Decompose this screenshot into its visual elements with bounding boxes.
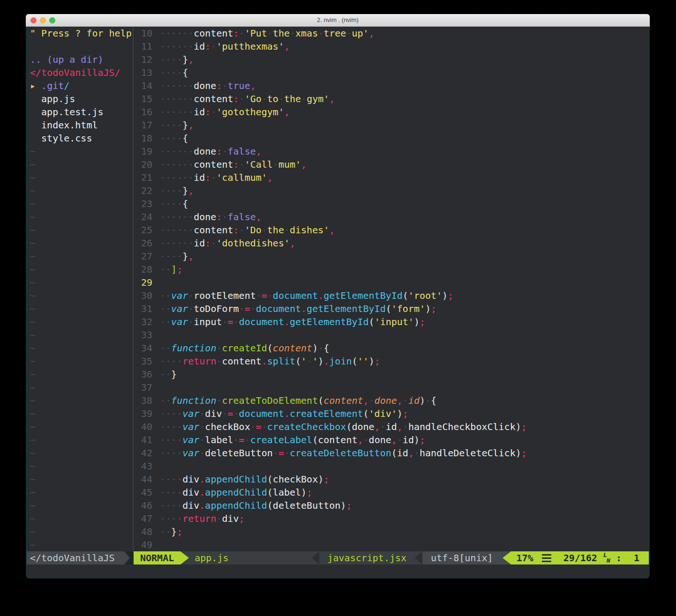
code-line-15[interactable]: 15······content:·'Go·to·the·gym',	[134, 92, 649, 105]
line-number: 48	[134, 525, 160, 538]
command-line[interactable]	[27, 564, 649, 578]
nerdtree-sidebar: " Press ? for help.. (up a dir)</todoVan…	[27, 27, 133, 551]
code-line-48[interactable]: 48··};	[134, 525, 649, 538]
traffic-lights	[30, 17, 55, 23]
line-number: 25	[134, 223, 160, 237]
line-number: 42	[134, 446, 160, 460]
line-number: 38	[134, 394, 160, 407]
sidebar-tilde: ~	[30, 538, 133, 551]
code-line-44[interactable]: 44····div.appendChild(checkBox);	[134, 473, 649, 486]
code-text: ····},	[160, 119, 194, 131]
line-number: 44	[134, 473, 160, 486]
code-line-13[interactable]: 13····{	[134, 66, 649, 79]
zoom-button[interactable]	[49, 17, 55, 23]
close-button[interactable]	[30, 17, 37, 23]
code-line-30[interactable]: 30··var·rootElement·=·document.getElemen…	[134, 289, 649, 302]
code-line-47[interactable]: 47····return·div;	[134, 512, 649, 525]
code-line-46[interactable]: 46····div.appendChild(deleteButton);	[134, 499, 649, 512]
code-text: ····div.appendChild(label);	[160, 487, 312, 498]
statusline-tree-segment: </todoVanillaJS	[27, 551, 134, 564]
code-line-12[interactable]: 12····},	[134, 53, 649, 66]
sidebar-tilde: ~	[30, 145, 133, 158]
code-line-49[interactable]: 49	[134, 538, 649, 551]
line-number: 17	[134, 119, 160, 132]
line-number: 22	[134, 184, 160, 197]
code-line-32[interactable]: 32··var·input·=·document.getElementById(…	[134, 315, 649, 328]
nvim-terminal: " Press ? for help.. (up a dir)</todoVan…	[26, 27, 650, 579]
sidebar-tilde: ~	[30, 420, 133, 433]
code-line-20[interactable]: 20······content:·'Call·mum',	[134, 158, 649, 171]
sidebar-item-app-js[interactable]: app.js	[30, 92, 133, 105]
line-number: 16	[134, 105, 160, 119]
code-line-42[interactable]: 42····var·deleteButton·=·createDeleteBut…	[134, 446, 649, 460]
line-number: 26	[134, 237, 160, 250]
line-number: 18	[134, 132, 160, 145]
code-line-31[interactable]: 31··var·toDoForm·=·document.getElementBy…	[134, 302, 649, 315]
code-line-21[interactable]: 21······id:·'callmum',	[134, 171, 649, 184]
code-line-34[interactable]: 34··function·createId(content)·{	[134, 341, 649, 355]
line-number: 34	[134, 341, 160, 355]
code-text: ····div.appendChild(deleteButton);	[160, 500, 352, 511]
sidebar-tilde: ~	[30, 289, 133, 302]
terminal-window: 2. nvim . (nvim) " Press ? for help.. (u…	[26, 14, 650, 579]
code-line-22[interactable]: 22····},	[134, 184, 649, 197]
sidebar-item--git[interactable]: ▸ .git/	[30, 79, 133, 92]
minimize-button[interactable]	[40, 17, 46, 23]
sidebar-tilde: ~	[30, 473, 133, 486]
sidebar-tilde: ~	[30, 381, 133, 394]
code-text: ······done:·true,	[160, 80, 256, 91]
sidebar-tilde: ~	[30, 355, 133, 368]
code-line-37[interactable]: 37	[134, 381, 649, 394]
sidebar-tilde: ~	[30, 197, 133, 210]
status-encoding-segment: utf-8[unix]	[422, 551, 511, 564]
code-line-29[interactable]: 29	[134, 276, 649, 289]
code-line-39[interactable]: 39····var·div·=·document.createElement('…	[134, 407, 649, 420]
sidebar-item-style-css[interactable]: style.css	[30, 132, 133, 145]
sidebar-tilde: ~	[30, 184, 133, 197]
window-titlebar[interactable]: 2. nvim . (nvim)	[26, 14, 650, 27]
code-line-36[interactable]: 36··}	[134, 368, 649, 381]
line-number: 40	[134, 420, 160, 433]
code-line-14[interactable]: 14······done:·true,	[134, 79, 649, 92]
code-line-23[interactable]: 23····{	[134, 197, 649, 210]
sidebar-tilde: ~	[30, 276, 133, 289]
code-line-28[interactable]: 28··];	[134, 263, 649, 276]
sidebar-item-app-test-js[interactable]: app.test.js	[30, 105, 133, 119]
status-position-segment: 17% 29/162 LN : 1	[511, 551, 649, 564]
line-number: 24	[134, 210, 160, 223]
code-line-40[interactable]: 40····var·checkBox·=·createCheckbox(done…	[134, 420, 649, 433]
line-number: 41	[134, 433, 160, 446]
sidebar-item-up-dir[interactable]: .. (up a dir)	[30, 53, 133, 66]
code-line-33[interactable]: 33	[134, 328, 649, 341]
code-line-24[interactable]: 24······done:·false,	[134, 210, 649, 223]
line-number: 27	[134, 250, 160, 263]
status-filename: app.js	[195, 551, 311, 564]
sidebar-tilde: ~	[30, 158, 133, 171]
buffer-lines-icon	[542, 554, 551, 562]
code-line-27[interactable]: 27····},	[134, 250, 649, 263]
code-line-43[interactable]: 43	[134, 460, 649, 473]
code-line-25[interactable]: 25······content:·'Do·the·dishes',	[134, 223, 649, 237]
sidebar-tilde: ~	[30, 171, 133, 184]
code-line-11[interactable]: 11······id:·'putthexmas',	[134, 40, 649, 53]
sidebar-tilde: ~	[30, 499, 133, 512]
code-line-17[interactable]: 17····},	[134, 119, 649, 132]
code-line-35[interactable]: 35····return·content.split('·').join('')…	[134, 355, 649, 368]
line-number: 33	[134, 328, 160, 341]
code-line-10[interactable]: 10······content:·'Put·the·xmas·tree·up',	[134, 27, 649, 40]
sidebar-tilde: ~	[30, 328, 133, 341]
code-line-45[interactable]: 45····div.appendChild(label);	[134, 486, 649, 499]
code-line-18[interactable]: 18····{	[134, 132, 649, 145]
sidebar-tilde: ~	[30, 486, 133, 499]
code-line-26[interactable]: 26······id:·'dothedishes',	[134, 237, 649, 250]
sidebar-item-index-html[interactable]: index.html	[30, 119, 133, 132]
code-editor[interactable]: 10······content:·'Put·the·xmas·tree·up',…	[134, 27, 649, 551]
powerline-separator	[312, 551, 319, 564]
code-line-41[interactable]: 41····var·label·=·createLabel(content,·d…	[134, 433, 649, 446]
sidebar-root-path[interactable]: </todoVanillaJS/	[30, 66, 133, 79]
statusline-tree-path: </todoVanillaJS	[27, 551, 124, 564]
code-line-38[interactable]: 38··function·createToDoElement(content,·…	[134, 394, 649, 407]
code-line-19[interactable]: 19······done:·false,	[134, 145, 649, 158]
code-line-16[interactable]: 16······id:·'gotothegym',	[134, 105, 649, 119]
line-number: 12	[134, 53, 160, 66]
